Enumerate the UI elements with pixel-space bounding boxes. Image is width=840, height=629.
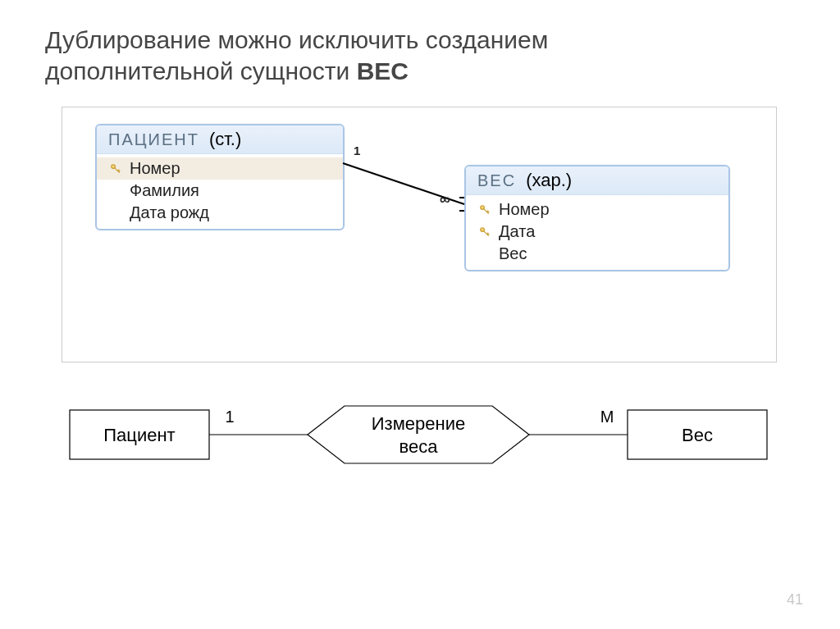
svg-line-11: [488, 233, 490, 235]
title-line1: Дублирование можно исключить созданием: [45, 26, 548, 53]
svg-line-10: [486, 232, 488, 234]
weight-field-label: Вес: [499, 244, 527, 263]
key-icon: [477, 204, 492, 216]
weight-field-label: Номер: [499, 200, 550, 219]
svg-line-2: [117, 169, 119, 171]
entity-patient-annotation: (ст.): [209, 129, 241, 150]
entity-patient-rows: НомерФамилияДата рожд: [97, 154, 343, 229]
svg-line-3: [119, 170, 121, 171]
weight-field-label: Дата: [499, 222, 535, 241]
title-line2-pre: дополнительной сущности: [45, 57, 357, 84]
svg-point-4: [481, 205, 485, 209]
cardinality-left: 1: [354, 144, 360, 157]
entity-weight-rows: НомерДатаВес: [466, 195, 728, 270]
svg-line-6: [486, 210, 488, 212]
er-entity-right: Вес: [682, 425, 713, 445]
er-card-right: М: [600, 408, 614, 426]
svg-point-8: [481, 227, 485, 231]
er-diagram: Пациент 1 Измерение веса М Вес: [62, 385, 775, 484]
svg-point-0: [112, 164, 116, 168]
patient-row: Дата рожд: [97, 202, 343, 224]
weight-row: Вес: [466, 243, 728, 265]
key-icon: [477, 226, 492, 238]
patient-row: Номер: [97, 157, 343, 180]
er-card-left: 1: [225, 408, 234, 426]
weight-row: Номер: [466, 198, 728, 221]
patient-row: Фамилия: [97, 180, 343, 202]
entity-patient-name: ПАЦИЕНТ: [108, 130, 199, 149]
entity-weight-header: ВЕС (хар.): [466, 166, 728, 195]
page-number: 41: [787, 591, 803, 608]
entity-weight: ВЕС (хар.) НомерДатаВес: [464, 165, 730, 271]
patient-field-label: Номер: [130, 159, 180, 178]
patient-field-label: Дата рожд: [130, 203, 209, 222]
er-entity-left: Пациент: [103, 425, 175, 445]
entity-patient: ПАЦИЕНТ (ст.) НомерФамилияДата рожд: [95, 124, 345, 230]
weight-row: Дата: [466, 221, 728, 243]
relationship-panel: ПАЦИЕНТ (ст.) НомерФамилияДата рожд ВЕС …: [62, 107, 777, 362]
svg-line-7: [488, 211, 490, 212]
key-icon: [108, 163, 123, 175]
entity-patient-header: ПАЦИЕНТ (ст.): [97, 125, 343, 154]
entity-weight-annotation: (хар.): [526, 170, 572, 191]
title-line2-bold: ВЕС: [357, 57, 409, 84]
er-rel-line2: веса: [399, 436, 439, 457]
entity-weight-name: ВЕС: [477, 171, 516, 190]
patient-field-label: Фамилия: [130, 181, 199, 200]
cardinality-right: ∞: [440, 191, 450, 208]
slide-title: Дублирование можно исключить созданием д…: [45, 25, 783, 86]
er-rel-line1: Измерение: [372, 413, 465, 434]
